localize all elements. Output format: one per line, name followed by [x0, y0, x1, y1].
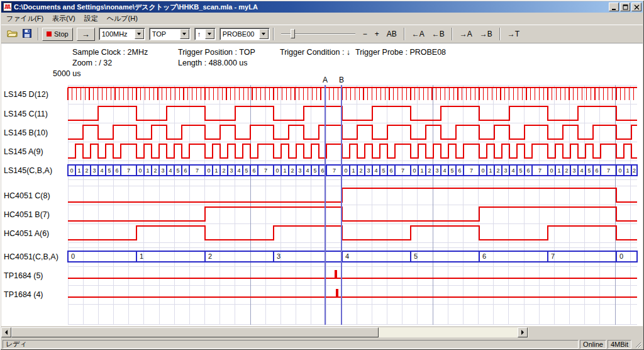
sample-clock-text: Sample Clock : 2MHz [72, 48, 148, 57]
probe-select[interactable]: PROBE00 [219, 28, 270, 40]
goto-cursor-b-left-button[interactable]: ←B [429, 28, 448, 40]
stop-button[interactable]: Stop [42, 28, 73, 41]
close-button[interactable] [631, 3, 641, 11]
status-memory: 4MBit [608, 340, 631, 349]
clock-select[interactable]: 100MHz [99, 28, 145, 40]
zoom-slider[interactable] [281, 28, 355, 40]
minimize-button[interactable] [609, 3, 619, 11]
menu-settings[interactable]: 設定 [80, 13, 103, 25]
open-button[interactable] [4, 27, 19, 41]
zoom-in-button[interactable]: + [372, 28, 382, 40]
toolbar-separator [404, 28, 405, 40]
app-window: C:\Documents and Settings\noname\デスクトップ\… [0, 0, 644, 350]
save-button[interactable] [19, 27, 35, 41]
trigger-position-select[interactable]: TOP [149, 28, 191, 40]
toolbar: Stop → 100MHz TOP ↑ PROBE00 − + AB ←A ←B [1, 25, 643, 43]
toolbar-separator [38, 28, 39, 40]
window-title: C:\Documents and Settings\noname\デスクトップ\… [14, 3, 609, 12]
menu-file[interactable]: ファイル(F) [2, 13, 48, 25]
time-per-div-text: 5000 us [53, 69, 80, 78]
ab-button[interactable]: AB [384, 28, 400, 40]
scrollbar-strip [1, 326, 643, 339]
goto-cursor-a-left-button[interactable]: ←A [409, 28, 428, 40]
status-ready: レディ [3, 340, 579, 349]
toolbar-separator [273, 28, 274, 40]
run-button[interactable]: → [77, 28, 95, 41]
save-floppy-icon [23, 29, 31, 39]
stop-icon [47, 31, 52, 37]
trigger-condition-text: Trigger Condition : ↓ [280, 48, 350, 57]
chevron-down-icon[interactable] [205, 29, 214, 39]
toolbar-separator [452, 28, 453, 40]
resize-grip[interactable] [633, 340, 641, 348]
chevron-down-icon[interactable] [259, 29, 269, 39]
toolbar-separator [499, 28, 501, 40]
scroll-left-button[interactable] [1, 327, 11, 337]
length-text: Length : 488.000 us [178, 59, 248, 67]
menu-help[interactable]: ヘルプ(H) [103, 13, 142, 25]
chevron-down-icon[interactable] [135, 29, 144, 39]
goto-trigger-button[interactable]: →T [504, 28, 523, 40]
trigger-edge-select[interactable]: ↑ [194, 28, 216, 40]
trigger-probe-text: Trigger Probe : PROBE08 [355, 48, 446, 57]
menu-bar: ファイル(F) 表示(V) 設定 ヘルプ(H) [1, 13, 643, 25]
open-folder-icon [7, 29, 18, 39]
status-online: Online [580, 340, 606, 349]
menu-view[interactable]: 表示(V) [48, 13, 80, 25]
app-icon [3, 3, 12, 11]
status-bar: レディ Online 4MBit [1, 339, 643, 349]
chevron-down-icon[interactable] [180, 29, 189, 39]
zoom-out-button[interactable]: − [360, 28, 370, 40]
zoom-slider-thumb[interactable] [291, 29, 295, 38]
scrollbar-thumb[interactable] [11, 327, 379, 337]
scroll-right-button[interactable] [518, 327, 528, 337]
title-bar[interactable]: C:\Documents and Settings\noname\デスクトップ\… [1, 1, 643, 13]
maximize-button[interactable] [620, 3, 630, 11]
horizontal-scrollbar[interactable] [1, 327, 528, 337]
goto-cursor-a-right-button[interactable]: →A [457, 28, 475, 40]
trigger-position-text: Trigger Position : TOP [178, 48, 255, 57]
goto-cursor-b-right-button[interactable]: →B [477, 28, 496, 40]
zoom-text: Zoom : / 32 [72, 59, 112, 67]
waveform-client-area [1, 43, 643, 326]
